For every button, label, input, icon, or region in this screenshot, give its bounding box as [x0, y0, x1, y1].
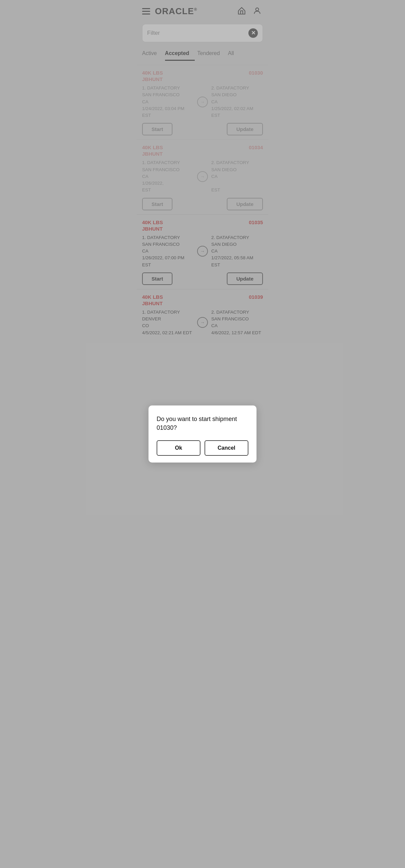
modal-cancel-button[interactable]: Cancel — [205, 440, 248, 456]
modal-ok-button[interactable]: Ok — [157, 440, 200, 456]
modal-message: Do you want to start shipment 01030? — [157, 415, 248, 432]
modal-actions: Ok Cancel — [157, 440, 248, 456]
confirm-modal: Do you want to start shipment 01030? Ok … — [148, 405, 256, 462]
modal-overlay: Do you want to start shipment 01030? Ok … — [137, 0, 268, 868]
